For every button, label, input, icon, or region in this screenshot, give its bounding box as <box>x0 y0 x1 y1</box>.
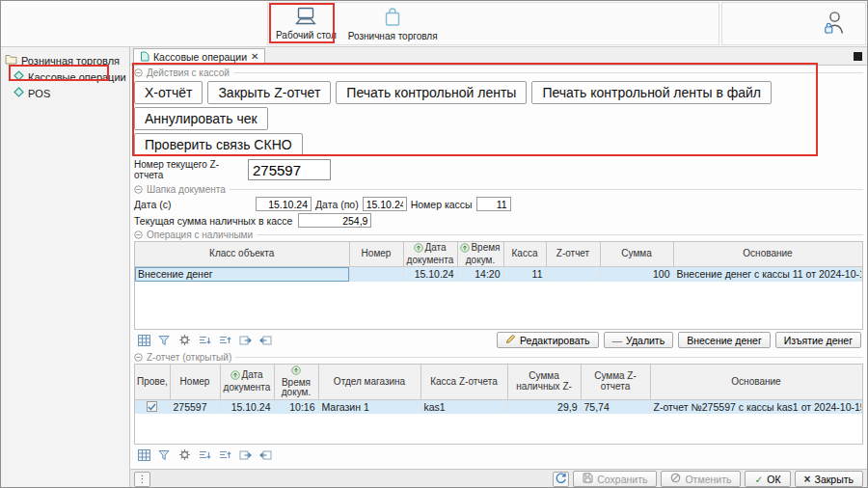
sidebar: Розничная торговля Кассовые операции POS <box>1 47 130 488</box>
delete-button[interactable]: — Удалить <box>604 332 674 348</box>
desktop-icon <box>293 7 318 28</box>
table-row[interactable]: 275597 15.10.24 10:16 Магазин 1 kas1 29,… <box>135 399 862 414</box>
column-header[interactable]: Сумма наличных Z- <box>507 365 581 399</box>
date-to-label: Дата (по) <box>315 199 359 210</box>
nav-desktop-label: Рабочий стол <box>276 30 337 41</box>
column-header[interactable]: Класс объекта <box>135 242 349 267</box>
user-button[interactable] <box>823 10 846 38</box>
x-report-button[interactable]: Х-отчёт <box>134 81 203 104</box>
annul-check-button[interactable]: Аннулировать чек <box>134 107 268 130</box>
withdraw-money-button[interactable]: Изъятие денег <box>775 332 861 348</box>
group-list-icon[interactable] <box>217 333 232 348</box>
column-header[interactable]: Касса Z-отчета <box>420 365 507 399</box>
check-icon: ✓ <box>754 474 763 485</box>
export-icon[interactable] <box>237 333 253 348</box>
column-header[interactable]: Дата документа <box>220 365 274 399</box>
cash-operations-group: Операция с наличными Класс объекта Номер… <box>134 230 863 350</box>
z-report-table: Прове, Номер Дата документа Время докум.… <box>134 364 863 445</box>
cash-number-input[interactable] <box>476 197 511 211</box>
nav-retail-button[interactable]: Розничная торговля <box>343 4 443 44</box>
save-icon <box>583 473 593 485</box>
group-title: Операция с наличными <box>147 230 253 240</box>
collapse-icon[interactable] <box>134 184 143 196</box>
export-icon[interactable] <box>237 447 253 463</box>
collapse-icon[interactable] <box>134 230 143 241</box>
retail-bag-icon <box>383 7 402 29</box>
filter-icon[interactable] <box>156 333 172 348</box>
cash-number-label: Номер кассы <box>411 199 473 210</box>
date-to-input[interactable] <box>363 197 407 211</box>
sort-list-icon[interactable] <box>197 447 212 463</box>
filter-icon[interactable] <box>156 447 172 463</box>
column-header[interactable]: Дата документа <box>403 242 457 267</box>
save-button[interactable]: Сохранить <box>573 471 657 487</box>
collapse-icon[interactable] <box>134 68 143 79</box>
gear-icon[interactable] <box>176 333 192 348</box>
column-header[interactable]: Прове, <box>135 365 170 399</box>
date-from-input[interactable] <box>256 197 312 211</box>
minus-icon: — <box>612 335 623 346</box>
content-area: Действия с кассой Х-отчёт Закрыть Z-отче… <box>130 66 867 469</box>
ok-button[interactable]: ✓ ОК <box>745 471 790 487</box>
z-report-toolbar <box>134 445 863 465</box>
sidebar-item-pos[interactable]: POS <box>1 85 129 101</box>
cash-operations-toolbar: Редактировать — Удалить Внесение денег И… <box>134 330 863 350</box>
tab-label: Кассовые операции <box>153 51 247 63</box>
diamond-icon <box>14 87 24 99</box>
group-title: Z-отчет (открытый) <box>147 352 231 363</box>
panel-toggle-icon[interactable] <box>854 52 862 61</box>
print-control-tape-file-button[interactable]: Печать контрольной ленты в файл <box>531 81 772 104</box>
current-sum-input[interactable] <box>298 213 371 228</box>
group-title: Шапка документа <box>147 184 226 195</box>
more-button[interactable]: ⋮ <box>134 472 150 487</box>
tab-cash-operations[interactable]: Кассовые операции ✕ <box>133 48 265 65</box>
topbar-user-section <box>721 2 866 45</box>
column-header[interactable]: Время докум. <box>457 242 503 267</box>
cancel-button[interactable]: Отменить <box>661 471 741 487</box>
gear-icon[interactable] <box>176 447 192 463</box>
close-z-report-button[interactable]: Закрыть Z-отчет <box>207 81 331 104</box>
column-header[interactable]: Сумма <box>600 242 673 267</box>
folder-icon <box>5 54 17 67</box>
topbar-nav-section: Рабочий стол Розничная торговля <box>267 2 719 45</box>
column-header[interactable]: Основание <box>650 365 862 399</box>
topbar: Рабочий стол Розничная торговля <box>1 1 867 47</box>
import-icon[interactable] <box>258 447 273 463</box>
column-header[interactable]: Номер <box>349 242 403 267</box>
user-lock-icon <box>823 10 846 38</box>
column-header[interactable]: Отдел магазина <box>318 365 420 399</box>
row-checkbox[interactable] <box>147 401 157 412</box>
tab-close-icon[interactable]: ✕ <box>251 52 258 62</box>
refresh-button[interactable] <box>553 472 569 487</box>
edit-button[interactable]: Редактировать <box>497 332 599 348</box>
column-header[interactable]: Касса <box>503 242 546 267</box>
close-button[interactable]: × Закрыть <box>795 471 863 487</box>
group-list-icon[interactable] <box>217 447 232 463</box>
sort-list-icon[interactable] <box>197 333 212 348</box>
column-header[interactable]: Сумма Z-отчета <box>581 365 650 399</box>
sidebar-title-label: Розничная торговля <box>21 55 120 67</box>
deposit-money-button[interactable]: Внесение денег <box>678 332 771 348</box>
column-header[interactable]: Z-отчет <box>546 242 600 267</box>
diamond-icon <box>14 70 24 83</box>
column-header[interactable]: Номер <box>170 365 220 399</box>
sidebar-item-cash-operations[interactable]: Кассовые операции <box>1 68 129 85</box>
column-header[interactable]: Время докум. <box>274 365 318 399</box>
tab-bar: Кассовые операции ✕ <box>130 47 867 66</box>
topbar-empty-area <box>1 1 267 46</box>
column-header[interactable]: Основание <box>673 242 862 267</box>
cancel-icon <box>670 473 681 485</box>
pencil-icon <box>505 334 516 346</box>
nav-desktop-button[interactable]: Рабочий стол <box>271 4 341 44</box>
table-row[interactable]: Внесение денег 15.10.24 14:20 11 100 Вне… <box>135 267 862 282</box>
import-icon[interactable] <box>258 333 273 348</box>
z-number-input[interactable] <box>248 159 331 180</box>
group-title: Действия с кассой <box>147 68 230 78</box>
grid-icon[interactable] <box>136 447 151 463</box>
refresh-icon <box>555 473 567 486</box>
check-skno-button[interactable]: Проверить связь СКНО <box>134 133 303 156</box>
collapse-icon[interactable] <box>134 352 143 364</box>
print-control-tape-button[interactable]: Печать контрольной ленты <box>336 81 527 104</box>
close-icon: × <box>804 473 811 486</box>
grid-icon[interactable] <box>136 333 151 348</box>
